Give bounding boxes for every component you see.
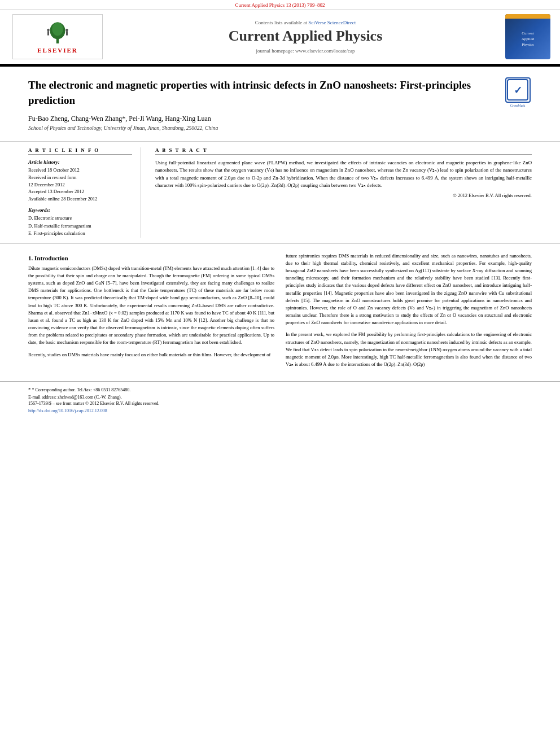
revised-date: 12 December 2012 — [28, 181, 132, 189]
journal-name: Current Applied Physics — [114, 28, 497, 45]
sciverse-line: Contents lists available at SciVerse Sci… — [114, 20, 497, 25]
cap-logo-text: CurrentAppliedPhysics — [522, 31, 535, 47]
footer-issn: 1567-1739/$ – see front matter © 2012 El… — [28, 401, 532, 406]
sciverse-prefix: Contents lists available at — [255, 20, 307, 25]
intro-title: Introduction — [34, 255, 68, 261]
right-col-para1: future spintronics requires DMS material… — [286, 252, 532, 327]
footer-corresponding-text: * Corresponding author. Tel./fax: +86 05… — [32, 387, 131, 392]
cap-logo-section: CurrentAppliedPhysics — [502, 14, 553, 59]
article-title-section: The electronic and magnetic properties w… — [0, 67, 560, 142]
svg-point-2 — [52, 22, 63, 36]
article-title: The electronic and magnetic properties w… — [28, 78, 498, 108]
article-title-block: The electronic and magnetic properties w… — [28, 78, 498, 136]
right-col-para2: In the present work, we explored the FM … — [286, 331, 532, 368]
footer-email-label: E-mail address: — [28, 395, 56, 400]
svg-point-5 — [65, 28, 68, 31]
svg-rect-6 — [66, 31, 68, 36]
crossmark-svg: ✓ — [507, 79, 528, 101]
intro-section-title: 1. Introduction — [28, 255, 274, 261]
main-body: 1. Introduction Dilute magnetic semicond… — [0, 244, 560, 382]
footer-star: * — [28, 387, 31, 392]
main-col-right: future spintronics requires DMS material… — [286, 252, 532, 373]
footer-doi-link[interactable]: http://dx.doi.org/10.1016/j.cap.2012.12.… — [28, 408, 107, 413]
footer-email: E-mail address: zhchwsd@163.com (C.-W. Z… — [28, 394, 532, 401]
abstract-text: Using full-potential linearized augmente… — [155, 159, 532, 189]
article-info-section: A R T I C L E I N F O Article history: R… — [0, 142, 560, 244]
intro-para2: Recently, studies on DMSs materials have… — [28, 351, 274, 359]
article-authors: Fu-Bao Zheng, Chang-Wen Zhang*, Pei-Ji W… — [28, 115, 498, 123]
keywords-title: Keywords: — [28, 207, 132, 213]
journal-citation-text: Current Applied Physics 13 (2013) 799–80… — [235, 2, 325, 8]
online-date: Available online 28 December 2012 — [28, 195, 132, 203]
elsevier-tree-icon — [41, 20, 75, 46]
article-footer: * * Corresponding author. Tel./fax: +86 … — [0, 381, 560, 418]
keyword-2: D. Half-metallic ferromagnetism — [28, 222, 132, 230]
journal-homepage: journal homepage: www.elsevier.com/locat… — [114, 48, 497, 54]
article-info-left: A R T I C L E I N F O Article history: R… — [28, 147, 141, 238]
history-title: Article history: — [28, 159, 132, 165]
journal-citation-bar: Current Applied Physics 13 (2013) 799–80… — [0, 0, 560, 10]
footer-corresponding: * * Corresponding author. Tel./fax: +86 … — [28, 386, 532, 394]
elsevier-logo: ELSEVIER — [12, 14, 103, 59]
svg-text:✓: ✓ — [514, 85, 522, 96]
article-affiliation: School of Physics and Technology, Univer… — [28, 125, 498, 131]
main-col-left: 1. Introduction Dilute magnetic semicond… — [28, 252, 274, 373]
sciverse-link[interactable]: SciVerse ScienceDirect — [308, 20, 356, 25]
svg-rect-4 — [47, 31, 49, 36]
revised-label: Received in revised form — [28, 174, 132, 181]
crossmark-icon: ✓ — [505, 77, 531, 103]
keyword-1: D. Electronic structure — [28, 215, 132, 222]
received-date: Received 18 October 2012 — [28, 167, 132, 174]
footer-doi: http://dx.doi.org/10.1016/j.cap.2012.12.… — [28, 408, 532, 413]
journal-title-section: Contents lists available at SciVerse Sci… — [114, 20, 497, 54]
crossmark-label: CrossMark — [505, 104, 531, 107]
abstract-section: A B S T R A C T Using full-potential lin… — [152, 147, 532, 238]
elsevier-wordmark: ELSEVIER — [37, 47, 78, 54]
footer-email-value: zhchwsd@163.com (C.-W. Zhang). — [58, 395, 122, 400]
elsevier-logo-section: ELSEVIER — [7, 14, 108, 59]
cap-logo-box: CurrentAppliedPhysics — [505, 14, 550, 59]
svg-point-3 — [47, 28, 50, 31]
footer-issn-text: 1567-1739/$ – see front matter © 2012 El… — [28, 401, 160, 406]
article-info-heading: A R T I C L E I N F O — [28, 147, 132, 155]
accepted-date: Accepted 13 December 2012 — [28, 188, 132, 195]
intro-number: 1. — [28, 255, 33, 261]
journal-header: ELSEVIER Contents lists available at Sci… — [0, 10, 560, 65]
keyword-3: E. First-principles calculation — [28, 230, 132, 238]
intro-para1: Dilute magnetic semiconductors (DMSs) do… — [28, 265, 274, 347]
abstract-heading: A B S T R A C T — [155, 147, 532, 155]
abstract-copyright: © 2012 Elsevier B.V. All rights reserved… — [155, 193, 532, 198]
crossmark-badge-section: ✓ CrossMark — [504, 78, 532, 106]
